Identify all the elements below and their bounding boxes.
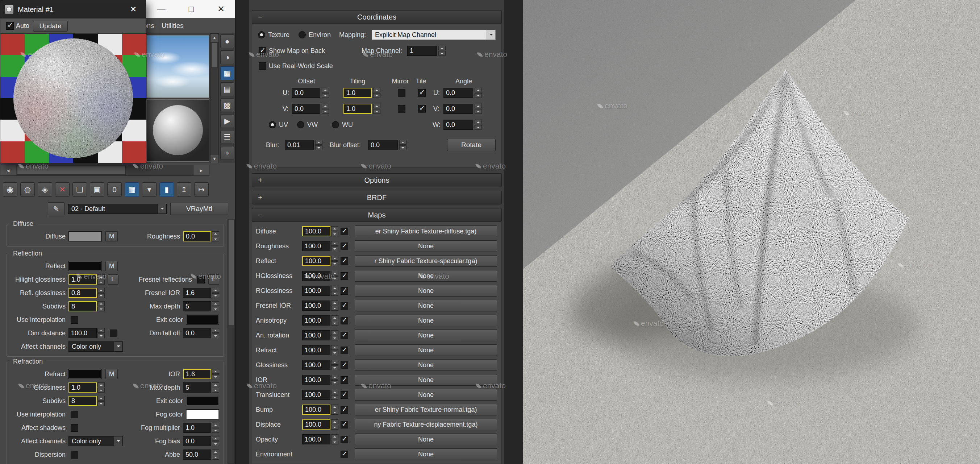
exit-color-swatch[interactable] [186, 315, 219, 325]
go-forward-to-sibling-icon[interactable]: ↦ [194, 182, 209, 197]
fresnel-ior-field[interactable]: 1.6 [183, 288, 211, 298]
spin-down-icon[interactable] [212, 428, 219, 433]
dropdown-arrow-icon[interactable] [114, 342, 123, 351]
map-slot-button[interactable]: None [355, 434, 497, 445]
spin-down-icon[interactable] [331, 291, 338, 296]
minimize-button[interactable]: — [150, 0, 173, 18]
map-amount-field[interactable]: 100.0 [302, 330, 331, 340]
fog-color-swatch[interactable] [186, 409, 219, 419]
map-enable-checkbox[interactable] [340, 361, 348, 369]
subdivs-spinner[interactable] [97, 396, 105, 406]
refl-glossiness-field[interactable]: 0.8 [68, 288, 97, 298]
reflect-map-button[interactable]: M [105, 261, 118, 271]
spin-down-icon[interactable] [331, 232, 338, 236]
spin-down-icon[interactable] [322, 109, 329, 114]
max-depth-spinner[interactable] [212, 301, 219, 311]
map-enable-checkbox[interactable] [340, 317, 348, 324]
spin-up-icon[interactable] [212, 288, 219, 293]
v-angle-spinner[interactable] [475, 104, 482, 114]
spin-down-icon[interactable] [438, 51, 445, 56]
dispersion-checkbox[interactable] [71, 451, 78, 459]
spin-down-icon[interactable] [373, 109, 380, 114]
spin-up-icon[interactable] [331, 256, 338, 261]
spin-down-icon[interactable] [97, 280, 105, 285]
scroll-right-icon[interactable]: ► [193, 165, 209, 175]
map-amount-spinner[interactable] [331, 345, 338, 355]
blur-spinner[interactable] [315, 140, 323, 150]
spin-up-icon[interactable] [331, 241, 338, 246]
spin-down-icon[interactable] [212, 307, 219, 311]
w-angle-field[interactable]: 0.0 [444, 120, 473, 130]
spin-down-icon[interactable] [331, 410, 338, 415]
map-amount-spinner[interactable] [331, 375, 338, 385]
affect-shadows-checkbox[interactable] [71, 424, 78, 432]
spin-up-icon[interactable] [331, 360, 338, 365]
spin-up-icon[interactable] [331, 434, 338, 439]
spin-up-icon[interactable] [331, 316, 338, 320]
collapse-icon[interactable]: − [256, 211, 264, 219]
spin-down-icon[interactable] [331, 247, 338, 251]
update-button[interactable]: Update [33, 21, 68, 32]
affect-channels-dropdown[interactable]: Color only [68, 341, 123, 352]
fresnel-ior-spinner[interactable] [212, 288, 219, 298]
spin-up-icon[interactable] [475, 120, 482, 124]
spin-up-icon[interactable] [212, 436, 219, 441]
blur-field[interactable]: 0.01 [285, 140, 314, 150]
max-depth-field[interactable]: 5 [183, 301, 211, 311]
map-channel-field[interactable]: 1 [407, 46, 437, 56]
spin-up-icon[interactable] [331, 226, 338, 231]
u-tiling-field[interactable]: 1.0 [344, 88, 372, 98]
map-amount-spinner[interactable] [331, 256, 338, 266]
spin-up-icon[interactable] [331, 390, 338, 394]
diffuse-map-button[interactable]: M [105, 231, 118, 241]
dropdown-arrow-icon[interactable] [487, 30, 495, 40]
slots-horizontal-scrollbar[interactable]: ◄ ► [0, 165, 209, 176]
spin-down-icon[interactable] [475, 125, 482, 130]
put-material-to-scene-icon[interactable]: ◍ [20, 182, 35, 197]
subdivs-spinner[interactable] [97, 301, 105, 311]
mapping-dropdown[interactable]: Explicit Map Channel [372, 30, 496, 40]
map-enable-checkbox[interactable] [340, 242, 348, 250]
rotate-button[interactable]: Rotate [447, 139, 496, 151]
spin-down-icon[interactable] [331, 365, 338, 370]
spin-up-icon[interactable] [331, 375, 338, 379]
map-slot-button[interactable]: r Shiny Fabric Texture-specular.tga) [355, 255, 497, 267]
glossiness-spinner[interactable] [97, 383, 105, 392]
affect-channels-dropdown[interactable]: Color only [68, 436, 123, 446]
close-button[interactable]: ✕ [209, 0, 232, 18]
map-amount-spinner[interactable] [331, 241, 338, 251]
u-mirror-checkbox[interactable] [398, 89, 406, 97]
u-offset-field[interactable]: 0.0 [292, 88, 320, 98]
roughness-field[interactable]: 0.0 [183, 231, 211, 241]
spin-up-icon[interactable] [331, 405, 338, 409]
spin-up-icon[interactable] [373, 88, 380, 92]
map-slot-button[interactable]: None [355, 315, 497, 326]
map-enable-checkbox[interactable] [340, 332, 348, 339]
spin-down-icon[interactable] [212, 455, 219, 460]
slots-vertical-scrollbar[interactable]: ▲ ▼ [210, 33, 219, 163]
fresnel-reflections-checkbox[interactable] [197, 276, 205, 284]
u-offset-spinner[interactable] [322, 88, 329, 98]
map-amount-field[interactable]: 100.0 [302, 271, 331, 281]
v-offset-spinner[interactable] [322, 104, 329, 114]
map-slot-button[interactable]: None [355, 448, 497, 460]
spin-down-icon[interactable] [97, 307, 105, 311]
use-interpolation-checkbox[interactable] [71, 411, 78, 418]
refl-glossiness-spinner[interactable] [97, 288, 105, 298]
reset-map-icon[interactable]: ✕ [55, 182, 70, 197]
v-offset-field[interactable]: 0.0 [292, 104, 320, 114]
abbe-field[interactable]: 50.0 [183, 450, 211, 460]
show-map-in-viewport-icon[interactable]: ▦ [125, 182, 139, 197]
spin-down-icon[interactable] [399, 145, 406, 150]
fresnel-lock-button[interactable]: L [208, 274, 219, 285]
spin-down-icon[interactable] [331, 336, 338, 340]
spin-down-icon[interactable] [212, 293, 219, 298]
map-enable-checkbox[interactable] [340, 391, 348, 399]
spin-down-icon[interactable] [373, 93, 380, 98]
map-amount-spinner[interactable] [331, 285, 338, 296]
backlight-icon[interactable]: ◑ [220, 50, 234, 64]
roughness-spinner[interactable] [212, 231, 219, 241]
dim-distance-spinner[interactable] [97, 328, 105, 338]
refract-map-button[interactable]: M [105, 369, 118, 379]
spin-down-icon[interactable] [97, 388, 105, 392]
